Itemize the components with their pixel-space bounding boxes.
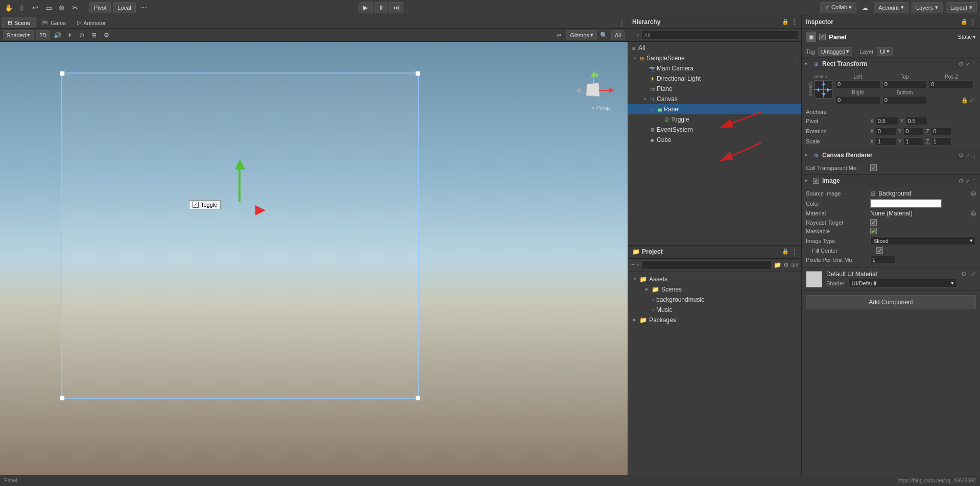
source-image-select-icon[interactable]: ◎	[971, 190, 976, 197]
pivot-x-input[interactable]	[876, 117, 898, 125]
move-tool[interactable]: ⊹	[16, 2, 28, 13]
gizmos-dropdown[interactable]: Gizmos ▾	[566, 30, 596, 40]
maskable-checkbox[interactable]: ✓	[870, 228, 877, 234]
layers-dropdown[interactable]: Layers ▾	[912, 2, 943, 13]
rt-link-icon[interactable]: ⤢	[966, 61, 970, 67]
pivot-y-input[interactable]	[905, 117, 928, 125]
project-item-music[interactable]: ♪ Music	[628, 305, 801, 315]
project-item-assets[interactable]: ▾ 📁 Assets	[628, 274, 801, 284]
project-search-input[interactable]	[641, 260, 772, 270]
rect-transform-header[interactable]: ▾ ⊞ Rect Transform ⚙ ⤢ ⋮	[802, 58, 980, 70]
scene-tool2[interactable]: ⊞	[89, 30, 99, 40]
hierarchy-more-icon[interactable]: ⋮	[791, 18, 797, 26]
scene-search-icon[interactable]: 🔍	[599, 30, 609, 40]
pivot-button[interactable]: Pivot	[89, 2, 111, 13]
twod-toggle[interactable]: 2D	[36, 30, 50, 40]
hand-tool[interactable]: ✋	[3, 2, 14, 13]
posz-input[interactable]	[929, 80, 974, 88]
scene-tool3[interactable]: ⚙	[101, 30, 111, 40]
hierarchy-add-icon[interactable]: +	[631, 32, 635, 39]
image-enabled-checkbox[interactable]: ✓	[813, 178, 819, 184]
shaded-dropdown[interactable]: Shaded ▾	[3, 30, 34, 40]
rt-lock-v[interactable]: ⤢	[969, 97, 974, 104]
rt-lock-h[interactable]: 🔒	[961, 97, 968, 104]
project-folder-icon2[interactable]: 📁	[774, 261, 781, 269]
project-item-bgmusic[interactable]: ♪ backgroundmusic	[628, 295, 801, 305]
local-button[interactable]: Local	[113, 2, 135, 13]
tab-game[interactable]: 🎮 Game	[36, 17, 71, 28]
project-item-packages[interactable]: ▶ 📁 Packages	[628, 315, 801, 325]
hierarchy-item-samplescene[interactable]: ▾ ⊞ SampleScene ⋮	[628, 53, 801, 63]
top-input[interactable]	[882, 80, 927, 88]
hierarchy-item-cube[interactable]: ■ Cube	[628, 135, 801, 145]
cr-link-icon[interactable]: ⤢	[966, 153, 970, 158]
left-input[interactable]	[835, 80, 880, 88]
tab-more[interactable]: ⋮	[615, 18, 628, 28]
image-header[interactable]: ▾ ✓ Image ⚙ ⤢ ⋮	[802, 175, 980, 187]
anchor-widget[interactable]	[814, 80, 832, 99]
pause-button[interactable]: ⏸	[374, 2, 388, 13]
extra-tools[interactable]: ⋯	[138, 2, 149, 13]
rt-gear-icon[interactable]: ⚙	[959, 61, 964, 67]
project-item-scenes[interactable]: ▶ 📁 Scenes	[628, 284, 801, 295]
project-add-icon[interactable]: +	[631, 261, 635, 269]
cloud-icon[interactable]: ☁	[859, 2, 871, 13]
img-checkbox-area[interactable]: ✓	[812, 177, 820, 185]
canvas-renderer-header[interactable]: ▾ ⊞ Canvas Renderer ⚙ ⤢ ⋮	[802, 149, 980, 161]
scene-gizmo[interactable]: Y < Persp	[577, 72, 612, 113]
right-input[interactable]	[835, 96, 880, 104]
scissors-tool[interactable]: ✂	[69, 2, 81, 13]
transform-tool[interactable]: ⊕	[56, 2, 67, 13]
tab-animator[interactable]: ▷ Animator	[71, 17, 111, 28]
rect-tool[interactable]: ▭	[43, 2, 54, 13]
collab-button[interactable]: ✓ Collab ▾	[820, 2, 856, 13]
material-link-icon[interactable]: ⤢	[971, 271, 976, 278]
static-dropdown-arrow[interactable]: ▾	[973, 34, 976, 40]
image-type-dropdown[interactable]: Sliced ▾	[870, 236, 976, 245]
step-button[interactable]: ⏭	[389, 2, 403, 13]
scale-y-input[interactable]	[903, 137, 924, 145]
inspector-more-icon[interactable]: ⋮	[970, 18, 976, 26]
hierarchy-item-maincamera[interactable]: 📷 Main Camera	[628, 63, 801, 74]
account-dropdown[interactable]: Account ▾	[874, 2, 909, 13]
tag-dropdown[interactable]: Untagged ▾	[818, 47, 853, 56]
rot-z-input[interactable]	[931, 127, 951, 135]
hierarchy-item-toggle[interactable]: ☑ Toggle	[628, 114, 801, 125]
shader-dropdown[interactable]: UI/Default ▾	[848, 279, 957, 287]
scene-viewport[interactable]: ✓ Toggle Y	[0, 42, 628, 475]
project-lock-icon[interactable]: 🔒	[782, 248, 789, 255]
audio-icon[interactable]: 🔊	[52, 30, 62, 40]
hierarchy-item-panel[interactable]: ▾ ▣ Panel	[628, 104, 801, 114]
project-filter-icon[interactable]: ⚙	[783, 261, 789, 269]
project-more-icon[interactable]: ⋮	[791, 248, 797, 255]
add-component-button[interactable]: Add Component	[806, 295, 976, 309]
bottom-input[interactable]	[882, 96, 927, 104]
hierarchy-item-dirlight[interactable]: ☀ Directional Light	[628, 74, 801, 84]
hierarchy-search-input[interactable]	[641, 31, 798, 40]
material-gear-icon[interactable]: ⚙	[961, 271, 967, 278]
scene-tool1[interactable]: ⊙	[77, 30, 87, 40]
rot-x-input[interactable]	[876, 127, 896, 135]
rt-more-icon[interactable]: ⋮	[972, 61, 977, 67]
scale-z-input[interactable]	[931, 137, 951, 145]
hierarchy-item-canvas[interactable]: ▾ □ Canvas	[628, 94, 801, 104]
hierarchy-item-eventsystem[interactable]: ⚙ EventSystem	[628, 125, 801, 135]
material-select-icon[interactable]: ◎	[971, 210, 976, 217]
play-button[interactable]: ▶	[358, 2, 373, 13]
tab-scene[interactable]: ⊞ Scene	[2, 17, 36, 28]
panel-active-checkbox[interactable]: ✓	[819, 34, 826, 40]
hierarchy-item-plane[interactable]: ▭ Plane	[628, 84, 801, 94]
hierarchy-lock-icon[interactable]: 🔒	[782, 18, 789, 26]
hierarchy-item-all[interactable]: ≡ All	[628, 43, 801, 53]
search-icon[interactable]: ✂	[554, 30, 564, 40]
effects-icon[interactable]: ☀	[64, 30, 75, 40]
rot-y-input[interactable]	[903, 127, 924, 135]
cull-checkbox[interactable]: ✓	[870, 164, 877, 171]
img-link-icon[interactable]: ⤢	[966, 178, 970, 184]
raycast-checkbox[interactable]: ✓	[870, 219, 877, 226]
toggle-widget[interactable]: ✓ Toggle	[189, 200, 221, 209]
fill-center-checkbox[interactable]: ✓	[876, 247, 883, 254]
scale-x-input[interactable]	[876, 137, 896, 145]
cr-more-icon[interactable]: ⋮	[972, 153, 977, 158]
layout-dropdown[interactable]: Layout ▾	[946, 2, 977, 13]
